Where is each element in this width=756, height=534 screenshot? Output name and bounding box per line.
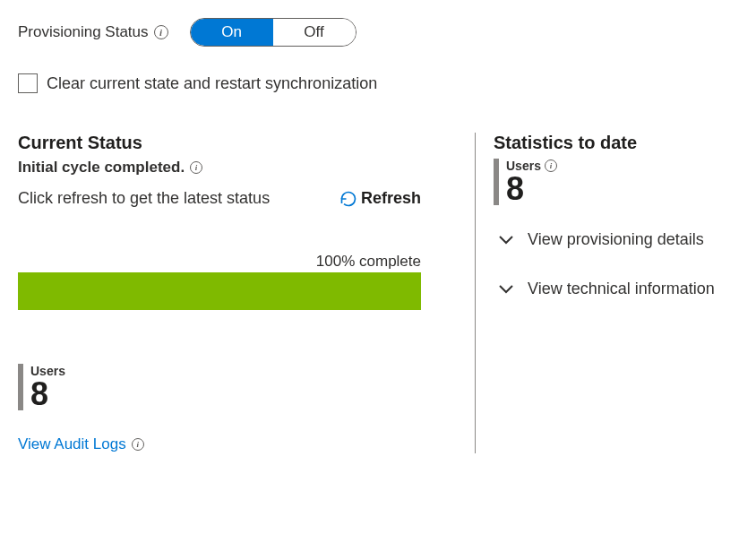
clear-state-checkbox[interactable] [18,73,38,93]
statistics-heading: Statistics to date [494,133,738,153]
refresh-button[interactable]: Refresh [339,189,421,208]
status-hint: Click refresh to get the latest status [18,189,270,208]
current-status-heading: Current Status [18,133,448,153]
expander-label: View provisioning details [528,230,704,249]
stat-accent-bar [18,364,23,410]
initial-cycle-label: Initial cycle completed. [18,159,185,177]
users-stat-bottom: Users 8 [18,364,448,410]
progress-label: 100% complete [18,253,421,271]
users-count: 8 [30,378,65,410]
progress-bar [18,272,421,310]
toggle-off[interactable]: Off [273,19,356,46]
clear-state-label: Clear current state and restart synchron… [47,74,377,93]
chevron-down-icon [499,285,513,294]
provisioning-toggle[interactable]: On Off [190,18,357,47]
users-stat: Users i 8 [494,159,738,205]
stat-accent-bar [494,159,499,205]
audit-link-label: View Audit Logs [18,435,126,453]
refresh-label: Refresh [361,189,421,208]
view-audit-logs-link[interactable]: View Audit Logs i [18,435,448,453]
view-technical-information[interactable]: View technical information [499,280,738,298]
info-icon[interactable]: i [154,25,168,39]
toggle-on[interactable]: On [191,19,273,46]
users-count: 8 [506,173,557,205]
provisioning-status-label: Provisioning Status [18,23,149,41]
info-icon[interactable]: i [190,161,202,174]
view-provisioning-details[interactable]: View provisioning details [499,230,738,249]
info-icon[interactable]: i [132,438,144,451]
info-icon[interactable]: i [545,159,557,172]
refresh-icon [339,190,357,208]
expander-label: View technical information [528,280,715,298]
chevron-down-icon [499,236,513,245]
